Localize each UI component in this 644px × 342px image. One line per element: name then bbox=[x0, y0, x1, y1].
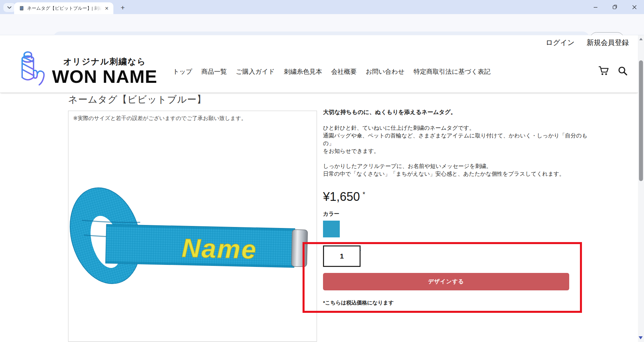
nav-thread-colors[interactable]: 刺繍糸色見本 bbox=[284, 67, 322, 76]
browser-toolbar: won-name.deco-stationary.com/shop/view_p… bbox=[0, 14, 644, 35]
product-image: Name bbox=[68, 111, 317, 341]
product-description-1: ひと針ひと針、ていねいに仕上げた刺繍のネームタグです。 通園バッグや傘、ペットの… bbox=[323, 124, 595, 155]
nav-top[interactable]: トップ bbox=[173, 67, 192, 76]
embroidery-text: Name bbox=[181, 233, 257, 264]
search-icon[interactable] bbox=[618, 66, 627, 75]
product-description-2: しっかりしたアクリルテープに、お名前や短いメッセージを刺繍。 日常の中で「なくさ… bbox=[323, 162, 595, 178]
cart-icon[interactable] bbox=[598, 66, 609, 75]
chevron-down-icon bbox=[7, 6, 11, 9]
restore-icon[interactable] bbox=[605, 0, 625, 14]
scrollbar-up-arrow[interactable] bbox=[639, 38, 643, 40]
site-header: ログイン 新規会員登録 オリジナル刺繍なら W bbox=[0, 35, 638, 93]
window-controls bbox=[586, 0, 644, 14]
main-nav: トップ 商品一覧 ご購入ガイド 刺繍糸色見本 会社概要 お問い合わせ 特定商取引… bbox=[173, 67, 490, 76]
browser-tab[interactable]: ネームタグ【ビビットブルー】| 刺繍ネー ✕ bbox=[14, 2, 113, 14]
product-image-panel: ※実際のサイズと若干の誤差がございますのでご了承お願い致します。 bbox=[68, 111, 317, 342]
login-link[interactable]: ログイン bbox=[546, 38, 575, 47]
new-tab-button[interactable]: + bbox=[118, 3, 127, 12]
nav-contact[interactable]: お問い合わせ bbox=[366, 67, 405, 76]
minimize-icon[interactable] bbox=[586, 0, 605, 14]
nav-legal[interactable]: 特定商取引法に基づく表記 bbox=[414, 67, 490, 76]
brand-name: WON NAME bbox=[52, 67, 157, 86]
close-window-icon[interactable] bbox=[625, 0, 644, 14]
color-swatch-vivid-blue[interactable] bbox=[323, 221, 340, 237]
site-favicon bbox=[19, 5, 24, 11]
scrollbar-down-arrow[interactable] bbox=[639, 336, 643, 339]
tab-title: ネームタグ【ビビットブルー】| 刺繍ネー bbox=[27, 5, 102, 11]
tab-close-icon[interactable]: ✕ bbox=[104, 5, 110, 11]
site-logo[interactable]: オリジナル刺繍なら WON NAME bbox=[15, 50, 157, 86]
page-scrollbar-thumb[interactable] bbox=[639, 60, 643, 181]
product-price: ¥1,650 bbox=[323, 190, 360, 204]
register-link[interactable]: 新規会員登録 bbox=[587, 38, 629, 47]
product-title: ネームタグ【ビビットブルー】 bbox=[68, 93, 207, 106]
annotation-highlight-box bbox=[303, 242, 582, 313]
price-row: ¥1,650 * bbox=[323, 190, 595, 204]
nav-company[interactable]: 会社概要 bbox=[331, 67, 357, 76]
account-links: ログイン 新規会員登録 bbox=[546, 38, 629, 47]
product-headline: 大切な持ちものに、ぬくもりを添えるネームタグ。 bbox=[323, 108, 595, 116]
color-label: カラー bbox=[323, 211, 595, 218]
strap-band: Name bbox=[106, 224, 308, 268]
logo-spool-icon bbox=[15, 50, 46, 86]
page-viewport: ネームタグ【ビビットブルー】 ログイン 新規会員登録 bbox=[0, 35, 644, 342]
nav-purchase-guide[interactable]: ご購入ガイド bbox=[236, 67, 275, 76]
tab-search-button[interactable] bbox=[3, 3, 15, 12]
header-icons bbox=[598, 66, 627, 75]
browser-tab-bar: ネームタグ【ビビットブルー】| 刺繍ネー ✕ + bbox=[0, 0, 644, 14]
price-asterisk: * bbox=[363, 190, 365, 198]
logo-tagline: オリジナル刺繍なら bbox=[63, 56, 146, 67]
nav-product-list[interactable]: 商品一覧 bbox=[201, 67, 227, 76]
